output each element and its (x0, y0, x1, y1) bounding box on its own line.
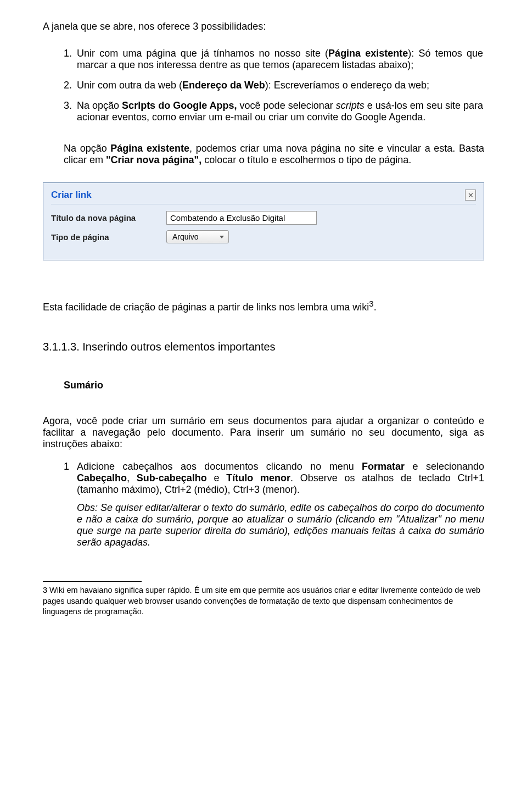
close-icon[interactable]: ✕ (465, 190, 476, 201)
list-text: Na opção Scripts do Google Apps, você po… (77, 100, 483, 123)
sub-heading: Sumário (64, 380, 484, 391)
select-value: Arquivo (172, 232, 198, 241)
section-heading: 3.1.1.3. Inserindo outros elementos impo… (43, 341, 484, 353)
form-row-type: Tipo de página Arquivo (51, 230, 476, 243)
list-text: Unir com outra da web (Endereço da Web):… (77, 80, 483, 91)
list-item: 1. Unir com uma página que já tínhamos n… (64, 48, 483, 71)
list-number: 2. (64, 80, 77, 91)
list-number: 3. (64, 100, 77, 123)
dialog-screenshot: Criar link ✕ Título da nova página Comba… (43, 182, 484, 260)
list-number: 1 (64, 461, 77, 496)
label-new-page-title: Título da nova página (51, 213, 166, 223)
footnote-ref: 3 (369, 299, 373, 308)
page-type-select[interactable]: Arquivo (166, 230, 229, 243)
body-paragraph: Agora, você pode criar um sumário em seu… (43, 415, 484, 450)
list-item: 3. Na opção Scripts do Google Apps, você… (64, 100, 483, 123)
new-page-title-input[interactable]: Combatendo a Exclusão Digital (166, 211, 317, 225)
document-page: A janela que se abre, nos oferece 3 poss… (0, 0, 527, 634)
dialog-title: Criar link (51, 190, 92, 201)
list-item: 2. Unir com outra da web (Endereço da We… (64, 80, 483, 91)
list-text: Adicione cabeçalhos aos documentos clica… (77, 461, 484, 496)
list-number: 1. (64, 48, 77, 71)
label-page-type: Tipo de página (51, 232, 166, 242)
form-row-title: Título da nova página Combatendo a Exclu… (51, 211, 476, 225)
numbered-list-2: 1 Adicione cabeçalhos aos documentos cli… (43, 461, 484, 496)
intro-text: A janela que se abre, nos oferece 3 poss… (43, 21, 484, 32)
list-item: 1 Adicione cabeçalhos aos documentos cli… (64, 461, 484, 496)
numbered-list-1: 1. Unir com uma página que já tínhamos n… (43, 48, 484, 123)
observation-note: Obs: Se quiser editar/alterar o texto do… (77, 502, 484, 548)
indented-paragraph: Na opção Página existente, podemos criar… (43, 143, 484, 166)
footnote-separator (43, 581, 142, 582)
after-screenshot-text: Esta facilidade de criação de páginas a … (43, 299, 484, 313)
footnote-text: 3 Wiki em havaiano significa super rápid… (43, 585, 484, 618)
list-text: Unir com uma página que já tínhamos no n… (77, 48, 483, 71)
create-link-dialog: Criar link ✕ Título da nova página Comba… (43, 182, 484, 260)
